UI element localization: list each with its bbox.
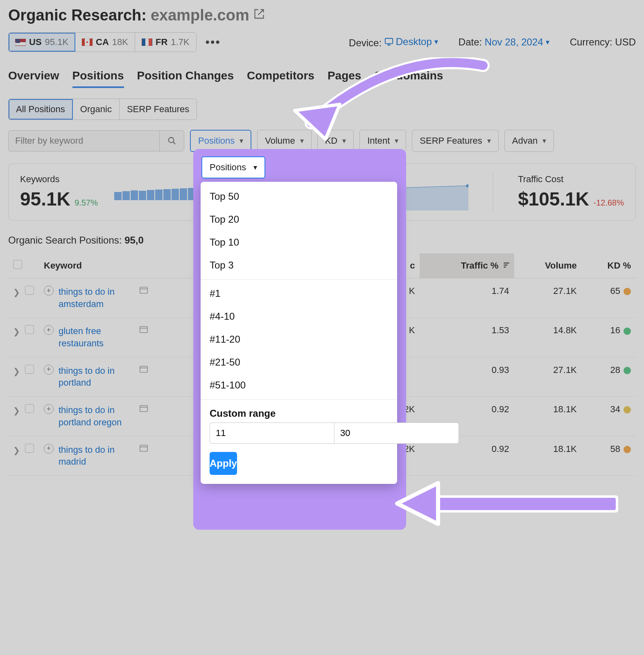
database-pill-ca[interactable]: CA 18K bbox=[75, 33, 135, 52]
custom-range-from-input[interactable] bbox=[210, 422, 334, 444]
currency-value: USD bbox=[615, 36, 636, 47]
device-selector[interactable]: Device: Desktop ▾ bbox=[349, 36, 438, 49]
volume-filter-button[interactable]: Volume▾ bbox=[257, 130, 311, 152]
subtab-serp-features[interactable]: SERP Features bbox=[120, 99, 197, 120]
add-to-list-icon[interactable]: + bbox=[44, 286, 54, 296]
traffic-percent: 1.74 bbox=[420, 278, 514, 318]
add-to-list-icon[interactable]: + bbox=[44, 365, 54, 375]
tab-positions[interactable]: Positions bbox=[72, 69, 124, 88]
external-link-icon[interactable] bbox=[253, 8, 265, 23]
kd-difficulty-dot bbox=[624, 288, 631, 295]
apply-button[interactable]: Apply bbox=[210, 452, 237, 475]
search-button[interactable] bbox=[159, 131, 184, 151]
expand-row-icon[interactable]: ❯ bbox=[13, 366, 20, 376]
open-url-icon[interactable] bbox=[140, 404, 148, 415]
kd-value: 65 bbox=[582, 278, 636, 318]
keyword-link[interactable]: gluten free restaurants bbox=[59, 325, 132, 349]
expand-row-icon[interactable]: ❯ bbox=[13, 445, 20, 455]
page-title-domain: example.com bbox=[151, 7, 249, 24]
positions-filter-button[interactable]: Positions▾ bbox=[190, 130, 251, 152]
date-selector[interactable]: Date: Nov 28, 2024 ▾ bbox=[459, 36, 549, 48]
tab-pages[interactable]: Pages bbox=[328, 69, 362, 88]
svg-rect-0 bbox=[385, 38, 393, 43]
row-checkbox[interactable] bbox=[25, 404, 34, 413]
expand-row-icon[interactable]: ❯ bbox=[13, 287, 20, 297]
database-switcher: US 95.1K CA 18K FR 1.7K bbox=[8, 32, 197, 52]
add-to-list-icon[interactable]: + bbox=[44, 325, 54, 335]
svg-rect-3 bbox=[140, 287, 147, 294]
positions-option[interactable]: Top 50 bbox=[201, 185, 397, 208]
row-checkbox[interactable] bbox=[25, 325, 34, 334]
positions-option[interactable]: #11-20 bbox=[201, 328, 397, 351]
add-to-list-icon[interactable]: + bbox=[44, 404, 54, 414]
keyword-filter-input[interactable] bbox=[9, 131, 159, 151]
database-cc: FR bbox=[156, 37, 167, 47]
currency-label: Currency: bbox=[570, 36, 612, 47]
open-url-icon[interactable] bbox=[140, 444, 148, 454]
kd-value: 58 bbox=[582, 436, 636, 475]
intent-filter-button[interactable]: Intent▾ bbox=[359, 130, 406, 152]
select-all-checkbox[interactable] bbox=[13, 260, 22, 269]
keyword-link[interactable]: things to do in portland oregon bbox=[59, 404, 132, 428]
serp-features-filter-button[interactable]: SERP Features▾ bbox=[412, 130, 498, 152]
volume-value: 27.1K bbox=[514, 278, 582, 318]
keyword-link[interactable]: things to do in madrid bbox=[59, 444, 132, 468]
chevron-down-icon: ▾ bbox=[240, 136, 243, 145]
kd-filter-button[interactable]: KD▾ bbox=[317, 130, 354, 152]
volume-value: 27.1K bbox=[514, 357, 582, 396]
keyword-link[interactable]: things to do in amsterdam bbox=[59, 286, 132, 310]
positions-option[interactable]: Top 3 bbox=[201, 254, 397, 277]
positions-filter-dropdown: Top 50Top 20Top 10Top 3 #1#4-10#11-20#21… bbox=[201, 182, 397, 484]
chevron-down-icon: ▾ bbox=[434, 37, 438, 46]
positions-filter-button[interactable]: Positions ▾ bbox=[201, 156, 265, 178]
traffic-cost-delta: -12.68% bbox=[594, 198, 624, 207]
chevron-down-icon: ▾ bbox=[395, 136, 398, 145]
row-checkbox[interactable] bbox=[25, 444, 34, 453]
add-to-list-icon[interactable]: + bbox=[44, 444, 54, 454]
tab-position-changes[interactable]: Position Changes bbox=[137, 69, 234, 88]
keywords-label: Keywords bbox=[20, 174, 98, 185]
row-checkbox[interactable] bbox=[25, 286, 34, 295]
positions-option[interactable]: #1 bbox=[201, 282, 397, 305]
page-title-prefix: Organic Research: bbox=[8, 7, 147, 24]
positions-option[interactable]: #21-50 bbox=[201, 351, 397, 374]
tab-overview[interactable]: Overview bbox=[8, 69, 59, 88]
tab-subdomains[interactable]: Subdomains bbox=[374, 69, 443, 88]
column-header[interactable]: Volume bbox=[514, 253, 582, 278]
positions-option[interactable]: Top 20 bbox=[201, 208, 397, 231]
custom-range-to-input[interactable] bbox=[334, 422, 459, 444]
chevron-down-icon: ▾ bbox=[542, 136, 546, 145]
chevron-down-icon: ▾ bbox=[253, 163, 257, 172]
column-header[interactable]: KD % bbox=[582, 253, 636, 278]
keywords-delta: 9.57% bbox=[75, 198, 98, 207]
currency-display: Currency: USD bbox=[570, 36, 636, 48]
keyword-link[interactable]: things to do in portland bbox=[59, 365, 132, 389]
database-pill-fr[interactable]: FR 1.7K bbox=[135, 33, 196, 52]
open-url-icon[interactable] bbox=[140, 286, 148, 296]
traffic-percent: 1.53 bbox=[420, 318, 514, 357]
database-pill-us[interactable]: US 95.1K bbox=[9, 33, 75, 52]
database-val: 95.1K bbox=[45, 37, 69, 47]
row-checkbox[interactable] bbox=[25, 365, 34, 374]
positions-option[interactable]: #4-10 bbox=[201, 305, 397, 328]
more-databases-icon[interactable]: ••• bbox=[201, 35, 225, 49]
database-val: 18K bbox=[112, 37, 128, 47]
positions-option[interactable]: #51-100 bbox=[201, 374, 397, 397]
advan-filter-button[interactable]: Advan▾ bbox=[504, 130, 554, 152]
svg-rect-5 bbox=[140, 366, 147, 372]
open-url-icon[interactable] bbox=[140, 365, 148, 375]
tab-competitors[interactable]: Competitors bbox=[247, 69, 314, 88]
subtab-all-positions[interactable]: All Positions bbox=[9, 99, 73, 120]
positions-option[interactable]: Top 10 bbox=[201, 231, 397, 254]
traffic-cost-value: $105.1K bbox=[518, 188, 589, 210]
open-url-icon[interactable] bbox=[140, 325, 148, 336]
subtab-organic[interactable]: Organic bbox=[73, 99, 120, 120]
positions-filter-label: Positions bbox=[210, 162, 246, 173]
date-label: Date: bbox=[459, 36, 482, 47]
expand-row-icon[interactable]: ❯ bbox=[13, 406, 20, 416]
column-header[interactable]: Traffic % bbox=[420, 253, 514, 278]
expand-row-icon[interactable]: ❯ bbox=[13, 327, 20, 337]
database-val: 1.7K bbox=[171, 37, 189, 47]
sort-descending-icon bbox=[504, 262, 509, 269]
report-tabs: OverviewPositionsPosition ChangesCompeti… bbox=[8, 69, 636, 88]
